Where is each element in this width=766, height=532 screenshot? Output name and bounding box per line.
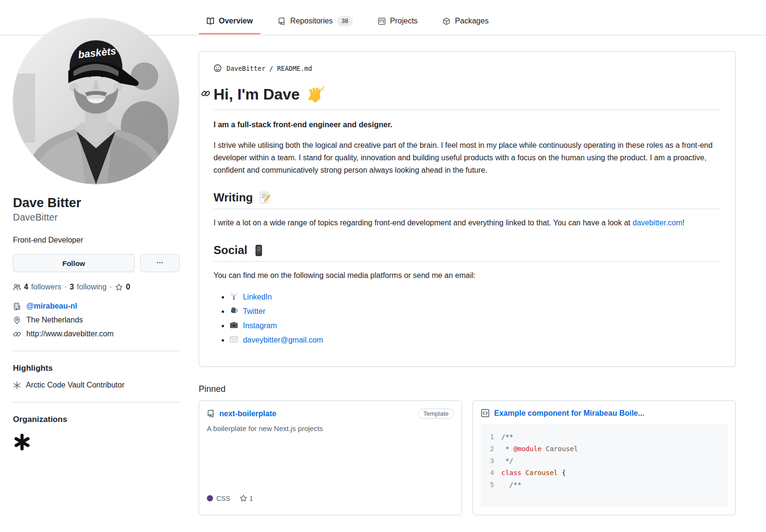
sidebar-divider <box>13 402 180 402</box>
social-title-text: Social <box>214 244 248 257</box>
social-links-list: LinkedIn Twitter Instagram <box>214 290 721 347</box>
people-icon <box>13 283 21 291</box>
profile-name: Dave Bitter <box>13 195 180 211</box>
line-number: 1 <box>486 431 494 443</box>
tab-repositories[interactable]: Repositories 38 <box>270 7 360 35</box>
pinned-gist-card: Example component for Mirabeau Boile... … <box>473 400 736 515</box>
list-item-linkedin: LinkedIn <box>229 290 721 304</box>
profile-main: DaveBitter / README.md Hi, I'm Dave <box>199 35 736 515</box>
template-badge: Template <box>418 409 454 419</box>
organization-avatar-mirabeau[interactable] <box>13 433 31 453</box>
profile-avatar[interactable]: baskèts <box>13 18 179 184</box>
smiley-icon <box>214 64 222 72</box>
twitter-link[interactable]: Twitter <box>243 307 265 315</box>
tab-repositories-label: Repositories <box>290 17 333 25</box>
line-number: 2 <box>486 443 494 455</box>
code-line: 1 /** <box>486 431 722 443</box>
location-icon <box>13 316 21 324</box>
email-link[interactable]: daveybitter@gmail.com <box>243 336 323 344</box>
readme-path: DaveBitter / README.md <box>214 64 721 72</box>
language-color-dot <box>207 495 213 501</box>
line-number: 3 <box>486 455 494 467</box>
readme-title-text: Hi, I'm Dave <box>214 86 300 103</box>
mobile-phone-emoji <box>252 244 265 257</box>
followers-label: followers <box>31 283 61 291</box>
profile-actions: Follow <box>13 254 180 272</box>
list-item-email: daveybitter@gmail.com <box>229 333 721 347</box>
tab-projects[interactable]: Projects <box>370 7 426 35</box>
pinned-repo-description: A boilerplate for new Next.js projects <box>207 423 454 434</box>
highlight-label: Arctic Code Vault Contributor <box>26 381 124 389</box>
writing-title-text: Writing <box>214 191 253 204</box>
organization-row: @mirabeau-nl <box>13 302 180 310</box>
follow-button[interactable]: Follow <box>13 254 135 272</box>
instagram-link[interactable]: Instagram <box>243 321 277 330</box>
readme-intro-bold: I am a full-stack front-end engineer and… <box>214 119 721 131</box>
pinned-repo-header: next-boilerplate Template <box>207 409 454 419</box>
more-options-button[interactable] <box>140 254 180 272</box>
readme-title: Hi, I'm Dave <box>214 85 721 110</box>
davebitter-link[interactable]: davebitter.com <box>632 219 682 227</box>
following-label: following <box>77 283 106 291</box>
star-icon <box>115 283 123 291</box>
building-icon <box>13 302 21 310</box>
writing-section-title: Writing <box>214 191 721 209</box>
followers-count: 4 <box>24 283 28 291</box>
profile-username: DaveBitter <box>13 211 180 223</box>
linkedin-link[interactable]: LinkedIn <box>243 293 272 301</box>
tab-packages-label: Packages <box>455 17 488 25</box>
envelope-emoji <box>229 335 238 344</box>
repo-icon <box>278 17 286 25</box>
packages-icon <box>442 17 451 25</box>
repo-stars-count: 1 <box>249 495 253 502</box>
writing-text-after: ! <box>682 219 684 227</box>
language-label: CSS <box>216 495 230 502</box>
repositories-count-badge: 38 <box>337 16 352 26</box>
avatar-photo-illustration: baskèts <box>13 18 179 184</box>
writing-paragraph: I write a lot on a wide range of topics … <box>214 217 721 229</box>
memo-emoji <box>258 191 271 204</box>
separator-dot: · <box>64 283 67 291</box>
code-square-icon <box>481 409 490 418</box>
pinned-repo-link[interactable]: next-boilerplate <box>219 410 276 418</box>
following-count: 3 <box>69 283 74 291</box>
profile-bio: Front-end Developer <box>13 236 180 244</box>
asterisk-logo-icon <box>13 433 31 451</box>
location-row: The Netherlands <box>13 316 180 324</box>
website-row: http://www.davebitter.com <box>13 330 180 338</box>
writing-text: I write a lot on a wide range of topics … <box>214 219 632 227</box>
repo-stars-link[interactable]: 1 <box>239 494 253 502</box>
code-line: 2 * @module Carousel <box>486 443 722 455</box>
highlight-arctic-code-vault: Arctic Code Vault Contributor <box>13 381 180 389</box>
tab-overview[interactable]: Overview <box>199 7 260 35</box>
code-line: 4 class Carousel { <box>486 467 722 479</box>
profile-tabs: Overview Repositories 38 Projects Packag… <box>199 7 496 35</box>
highlights-title: Highlights <box>13 364 180 373</box>
projects-icon <box>378 17 386 25</box>
tab-overview-label: Overview <box>219 17 253 25</box>
star-icon <box>239 494 248 502</box>
pinned-title: Pinned <box>199 384 736 394</box>
follow-stats[interactable]: 4 followers · 3 following · 0 <box>13 283 180 291</box>
pinned-gist-header: Example component for Mirabeau Boile... <box>481 409 728 418</box>
camera-emoji <box>229 321 238 330</box>
readme-intro-paragraph: I strive while utilising both the logica… <box>214 139 721 177</box>
arctic-vault-icon <box>13 381 21 389</box>
location-text: The Netherlands <box>26 316 83 324</box>
stars-count: 0 <box>126 283 130 291</box>
website-link[interactable]: http://www.davebitter.com <box>26 330 113 338</box>
pinned-repo-card: next-boilerplate Template A boilerplate … <box>199 400 462 515</box>
separator-dot: · <box>110 283 112 291</box>
code-line: 3 */ <box>486 455 722 467</box>
anchor-link-icon[interactable] <box>201 89 210 98</box>
pinned-grid: next-boilerplate Template A boilerplate … <box>199 400 736 515</box>
code-line: 5 /** <box>486 479 722 491</box>
pinned-repo-footer: CSS 1 <box>207 494 454 502</box>
profile-details: @mirabeau-nl The Netherlands http://www.… <box>13 302 180 338</box>
readme-path-text: DaveBitter / README.md <box>226 65 312 72</box>
social-section-title: Social <box>214 244 721 262</box>
active-tab-underline <box>199 33 260 34</box>
pinned-gist-link[interactable]: Example component for Mirabeau Boile... <box>494 409 644 418</box>
organization-handle[interactable]: @mirabeau-nl <box>26 302 77 310</box>
tab-packages[interactable]: Packages <box>435 7 496 35</box>
